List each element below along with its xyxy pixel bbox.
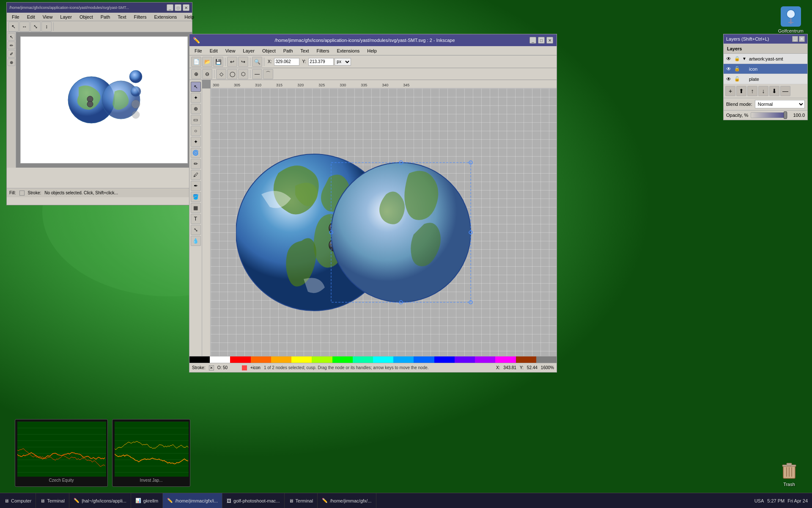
small-tb-3[interactable]: ✐ xyxy=(8,50,15,58)
menu-extensions[interactable]: Extensions xyxy=(333,47,363,54)
tb2-node-remove[interactable]: ⊖ xyxy=(202,69,212,79)
small-tb-1[interactable]: ↖ xyxy=(8,33,15,41)
palette-yellow[interactable] xyxy=(291,356,312,363)
small-menu-text[interactable]: Text xyxy=(114,14,129,20)
layer-item-plate[interactable]: 👁 🔓 plate xyxy=(724,74,807,84)
small-menu-view[interactable]: View xyxy=(39,14,56,20)
blend-mode-select[interactable]: Normal Multiply Screen Overlay Darken Li… xyxy=(755,100,805,108)
palette-amber[interactable] xyxy=(271,356,291,363)
opacity-slider[interactable] xyxy=(751,112,787,118)
layer-lock-artwork[interactable]: 🔒 xyxy=(734,55,741,62)
palette-violet[interactable] xyxy=(455,356,475,363)
tb2-smooth[interactable]: ◯ xyxy=(227,69,237,79)
palette-mint[interactable] xyxy=(353,356,373,363)
stock-widget-invest[interactable]: Invest Jap... xyxy=(112,419,190,487)
menu-layer[interactable]: Layer xyxy=(239,47,258,54)
tool-gradient[interactable]: ▦ xyxy=(191,203,201,213)
tool-star[interactable]: ✦ xyxy=(191,137,201,147)
taskbar-inkscape2[interactable]: ✏️ /home/jimmac/gfx/i... xyxy=(163,493,222,508)
tool-circle[interactable]: ○ xyxy=(191,126,201,136)
taskbar-computer[interactable]: 🖥 Computer xyxy=(0,493,36,508)
layer-eye-artwork[interactable]: 👁 xyxy=(725,55,732,62)
tb-save[interactable]: 💾 xyxy=(213,57,223,67)
tool-connector[interactable]: ⤡ xyxy=(191,225,201,235)
tb2-node-add[interactable]: ⊕ xyxy=(191,69,201,79)
small-tool-2[interactable]: ↔ xyxy=(19,22,30,32)
main-titlebar[interactable]: ✏️ /home/jimmac/gfx/icons/application-ic… xyxy=(189,34,557,46)
tool-rect[interactable]: ▭ xyxy=(191,115,201,125)
taskbar-inkscape1[interactable]: ✏️ |hal~/gfx/icons/appli... xyxy=(69,493,131,508)
tool-bucket[interactable]: 🪣 xyxy=(191,192,201,202)
small-menu-filters[interactable]: Filters xyxy=(131,14,150,20)
tb-undo[interactable]: ↩ xyxy=(227,57,237,67)
stock-widget-czech[interactable]: Czech Equity xyxy=(15,419,108,487)
menu-text[interactable]: Text xyxy=(297,47,312,54)
layer-lock-icon[interactable]: 🔓 xyxy=(734,66,741,72)
layers-panel-close[interactable]: ✕ xyxy=(799,36,805,42)
tb-new[interactable]: 📄 xyxy=(191,57,201,67)
palette-black[interactable] xyxy=(189,356,210,363)
menu-help[interactable]: Help xyxy=(364,47,380,54)
tb-y-input[interactable] xyxy=(308,58,334,66)
small-tool-4[interactable]: ↕ xyxy=(41,22,52,32)
taskbar-golf[interactable]: 🖼 golf-photoshoot-mac... xyxy=(222,493,284,508)
taskbar-inkscape3[interactable]: ✏️ /home/jimmac/gfx/... xyxy=(318,493,376,508)
tb-open[interactable]: 📂 xyxy=(202,57,212,67)
layer-lower-btn[interactable]: ↓ xyxy=(758,86,768,96)
canvas-area[interactable]: 300 305 310 315 320 325 330 335 340 345 xyxy=(202,80,557,356)
color-palette-bar[interactable] xyxy=(189,356,557,363)
menu-edit[interactable]: Edit xyxy=(206,47,221,54)
palette-brown[interactable] xyxy=(516,356,536,363)
layer-raise-to-top-btn[interactable]: ⬆ xyxy=(736,86,746,96)
layer-eye-icon[interactable]: 👁 xyxy=(725,66,732,72)
small-titlebar[interactable]: /home/jimmac/gfx/icons/application-icons… xyxy=(7,3,192,13)
small-menu-file[interactable]: File xyxy=(8,14,23,20)
layer-add-btn[interactable]: + xyxy=(725,86,735,96)
palette-red[interactable] xyxy=(230,356,250,363)
tool-spiral[interactable]: 🌀 xyxy=(191,148,201,158)
main-maximize-btn[interactable]: □ xyxy=(538,37,545,44)
menu-view[interactable]: View xyxy=(222,47,239,54)
main-close-btn[interactable]: ✕ xyxy=(546,37,553,44)
small-menu-edit[interactable]: Edit xyxy=(24,14,38,20)
small-close-btn[interactable]: ✕ xyxy=(183,4,189,11)
tb-x-input[interactable] xyxy=(274,58,299,66)
layers-panel-titlebar[interactable]: Layers (Shift+Ctrl+L) _ ✕ xyxy=(724,34,807,44)
taskbar-terminal1[interactable]: 🖥 Terminal xyxy=(36,493,69,508)
tool-selector[interactable]: ↖ xyxy=(191,82,201,92)
palette-white[interactable] xyxy=(210,356,230,363)
tb2-cusp[interactable]: ◇ xyxy=(216,69,226,79)
layers-panel-minimize[interactable]: _ xyxy=(792,36,798,42)
layer-item-artwork[interactable]: 👁 🔒 ▼ artwork:yast-smt xyxy=(724,54,807,64)
small-tool-1[interactable]: ↖ xyxy=(8,22,19,32)
palette-gray[interactable] xyxy=(536,356,557,363)
layer-expand-artwork[interactable]: ▼ xyxy=(742,56,747,61)
tb2-symmetric[interactable]: ⬡ xyxy=(238,69,248,79)
small-menu-help[interactable]: Help xyxy=(181,14,198,20)
layer-delete-btn[interactable]: — xyxy=(780,86,790,96)
tool-eyedropper[interactable]: 💧 xyxy=(191,236,201,246)
menu-file[interactable]: File xyxy=(191,47,206,54)
tool-pen[interactable]: 🖊 xyxy=(191,170,201,180)
tool-node[interactable]: ✦ xyxy=(191,93,201,103)
small-minimize-btn[interactable]: _ xyxy=(167,4,173,11)
palette-sky[interactable] xyxy=(393,356,414,363)
palette-purple[interactable] xyxy=(475,356,495,363)
tool-pencil[interactable]: ✏ xyxy=(191,159,201,169)
palette-navy[interactable] xyxy=(434,356,455,363)
layer-item-icon[interactable]: 👁 🔓 icon xyxy=(724,64,807,74)
layer-lock-plate[interactable]: 🔓 xyxy=(734,76,741,83)
opacity-thumb[interactable] xyxy=(784,111,787,119)
layer-raise-btn[interactable]: ↑ xyxy=(747,86,757,96)
palette-magenta[interactable] xyxy=(495,356,516,363)
palette-orange[interactable] xyxy=(251,356,271,363)
menu-object[interactable]: Object xyxy=(259,47,279,54)
taskbar-gkrellm[interactable]: 📊 gkrellm xyxy=(131,493,163,508)
tb2-line[interactable]: — xyxy=(252,69,262,79)
palette-lime[interactable] xyxy=(312,356,332,363)
tool-text[interactable]: T xyxy=(191,214,201,224)
small-tb-4[interactable]: ⊕ xyxy=(8,58,15,66)
tb2-curve[interactable]: ⌒ xyxy=(263,69,273,79)
desktop-icon-golfcentrum[interactable]: Golfcentrum xyxy=(774,4,808,36)
tool-calligraphy[interactable]: ✒ xyxy=(191,181,201,191)
